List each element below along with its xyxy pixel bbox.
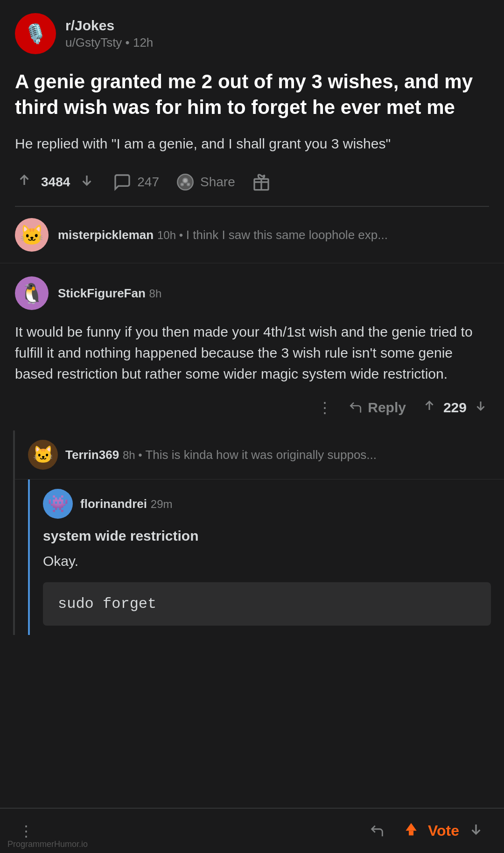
avatar-stickfigurefan: 🐧 bbox=[15, 276, 49, 310]
code-block: sudo forget bbox=[43, 582, 491, 626]
bottom-vote-section: Vote bbox=[402, 820, 485, 842]
comment-florinandrei: 👾 florinandrei 29m system wide restricti… bbox=[28, 479, 504, 635]
svg-point-3 bbox=[183, 178, 188, 183]
post-author[interactable]: u/GstyTsty bbox=[65, 35, 122, 49]
separator: • bbox=[126, 35, 133, 49]
comment-body-stickfigurefan: It would be funny if you then made your … bbox=[15, 321, 489, 384]
comments-section: 🐱 misterpickleman 10h • I think I saw th… bbox=[0, 207, 504, 635]
comments-button[interactable]: 247 bbox=[113, 173, 159, 191]
svg-rect-11 bbox=[409, 831, 413, 835]
upvote-count: 3484 bbox=[41, 175, 70, 190]
post-meta: r/Jokes u/GstyTsty • 12h bbox=[65, 18, 153, 50]
comment-vote-count: 229 bbox=[443, 400, 467, 416]
nested-comments: 🐱 Terrin369 8h • This is kinda how it wa… bbox=[13, 430, 504, 635]
comment-stickfigurefan: 🐧 StickFigureFan 8h It would be funny if… bbox=[0, 263, 504, 430]
post-title: A genie granted me 2 out of my 3 wishes,… bbox=[15, 69, 489, 120]
comment-preview-misterpickleman: misterpickleman 10h • I think I saw this… bbox=[58, 227, 388, 242]
avatar-terrin369: 🐱 bbox=[28, 440, 58, 470]
downvote-button[interactable] bbox=[77, 171, 96, 193]
bottom-reply-button[interactable] bbox=[369, 823, 385, 839]
post-header: 🎙️ r/Jokes u/GstyTsty • 12h bbox=[15, 13, 489, 54]
comment-actions-stickfigurefan: ⋮ Reply 229 bbox=[15, 397, 489, 417]
comments-count: 247 bbox=[137, 175, 159, 190]
florinandrei-quoted: system wide restriction bbox=[43, 528, 491, 544]
share-button[interactable]: Share bbox=[176, 173, 235, 191]
bottom-more-options[interactable]: ⋮ bbox=[19, 822, 34, 840]
comment-terrin369[interactable]: 🐱 Terrin369 8h • This is kinda how it wa… bbox=[15, 430, 504, 479]
florinandrei-body: Okay. bbox=[43, 553, 491, 569]
reply-button[interactable]: Reply bbox=[348, 400, 406, 416]
comment-preview-terrin369: Terrin369 8h • This is kinda how it was … bbox=[65, 447, 377, 462]
post-time: 12h bbox=[133, 35, 153, 49]
post-container: 🎙️ r/Jokes u/GstyTsty • 12h A genie gran… bbox=[0, 0, 504, 207]
comment-downvote-button[interactable] bbox=[472, 397, 489, 417]
vote-section: 3484 bbox=[15, 171, 96, 193]
post-body: He replied with "I am a genie, and I sha… bbox=[15, 133, 489, 154]
avatar-florinandrei: 👾 bbox=[43, 489, 73, 519]
upvote-button[interactable] bbox=[15, 171, 34, 193]
florinandrei-header: 👾 florinandrei 29m bbox=[43, 489, 491, 519]
avatar-misterpickleman: 🐱 bbox=[15, 218, 49, 252]
subreddit-icon[interactable]: 🎙️ bbox=[15, 13, 56, 54]
bottom-vote-label[interactable]: Vote bbox=[428, 822, 459, 839]
svg-point-5 bbox=[187, 183, 189, 185]
comment-meta-stickfigurefan: StickFigureFan 8h bbox=[58, 286, 161, 301]
post-actions: 3484 247 Share bbox=[15, 171, 489, 207]
comment-vote-section: 229 bbox=[421, 397, 489, 417]
bottom-upvote-button[interactable] bbox=[402, 820, 420, 842]
svg-point-4 bbox=[181, 183, 183, 185]
florinandrei-inner: 👾 florinandrei 29m system wide restricti… bbox=[30, 479, 504, 635]
watermark: ProgrammerHumor.io bbox=[7, 839, 88, 849]
share-label: Share bbox=[200, 175, 235, 190]
expanded-comment-header: 🐧 StickFigureFan 8h bbox=[15, 276, 489, 310]
award-button[interactable] bbox=[252, 173, 271, 191]
comment-misterpickleman[interactable]: 🐱 misterpickleman 10h • I think I saw th… bbox=[0, 207, 504, 263]
comment-upvote-button[interactable] bbox=[421, 397, 438, 417]
post-author-time: u/GstyTsty • 12h bbox=[65, 35, 153, 50]
bottom-downvote-button[interactable] bbox=[467, 820, 485, 842]
microphone-icon: 🎙️ bbox=[24, 23, 47, 45]
subreddit-name[interactable]: r/Jokes bbox=[65, 18, 153, 34]
more-options-button[interactable]: ⋮ bbox=[317, 399, 333, 416]
